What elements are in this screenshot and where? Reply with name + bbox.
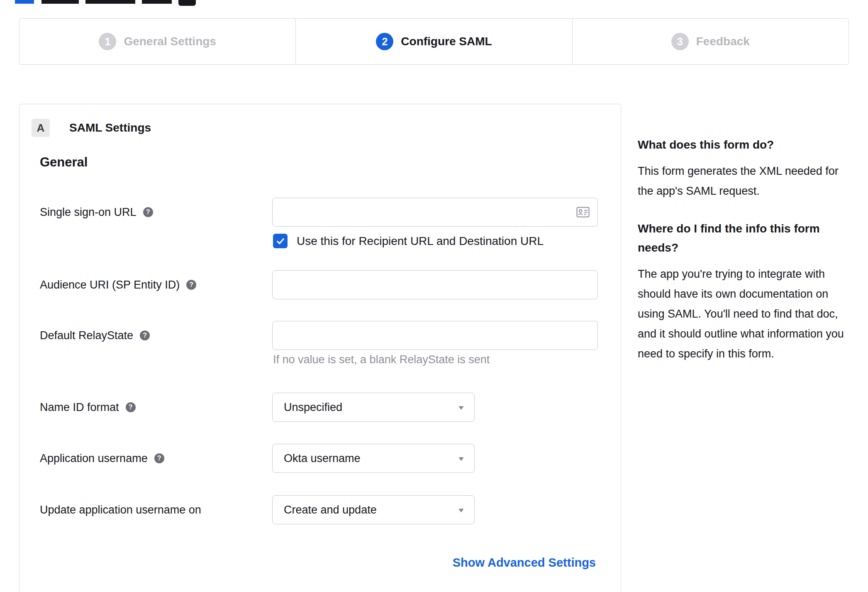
update-app-username-select[interactable]: Create and update ▼ bbox=[272, 495, 475, 524]
recipient-destination-checkbox-row: Use this for Recipient URL and Destinati… bbox=[273, 234, 544, 248]
section-a-badge: A bbox=[32, 119, 50, 137]
contact-card-icon bbox=[576, 207, 590, 219]
name-id-format-select[interactable]: Unspecified ▼ bbox=[272, 393, 475, 422]
sidebar-body: The app you're trying to integrate with … bbox=[638, 264, 851, 364]
app-username-value: Okta username bbox=[284, 452, 361, 465]
recipient-destination-checkbox-label: Use this for Recipient URL and Destinati… bbox=[297, 235, 544, 248]
cutoff-title-fragment bbox=[142, 0, 172, 4]
relay-state-label-text: Default RelayState bbox=[40, 329, 133, 342]
app-username-label: Application username ? bbox=[40, 444, 164, 473]
saml-settings-panel: A SAML Settings General Single sign-on U… bbox=[19, 104, 621, 592]
help-icon[interactable]: ? bbox=[126, 402, 136, 412]
help-icon[interactable]: ? bbox=[186, 280, 196, 290]
audience-uri-input[interactable] bbox=[272, 270, 598, 299]
sso-url-label: Single sign-on URL ? bbox=[40, 198, 153, 227]
step-number-badge: 2 bbox=[376, 33, 393, 50]
cutoff-title-fragment bbox=[85, 0, 135, 4]
cutoff-title-fragment bbox=[41, 0, 79, 4]
general-group-title: General bbox=[40, 155, 88, 170]
help-sidebar: What does this form do? This form genera… bbox=[638, 135, 851, 382]
sidebar-heading: What does this form do? bbox=[638, 135, 851, 154]
chevron-down-icon: ▼ bbox=[457, 404, 466, 411]
sso-url-label-text: Single sign-on URL bbox=[40, 206, 137, 219]
step-configure-saml[interactable]: 2 Configure SAML bbox=[295, 19, 572, 64]
chevron-down-icon: ▼ bbox=[457, 506, 466, 514]
chevron-down-icon: ▼ bbox=[457, 455, 466, 462]
step-label: Configure SAML bbox=[401, 35, 492, 48]
relay-state-input-wrap bbox=[272, 321, 598, 350]
audience-uri-label: Audience URI (SP Entity ID) ? bbox=[40, 270, 196, 299]
sidebar-heading: Where do I find the info this form needs… bbox=[638, 219, 851, 257]
recipient-destination-checkbox[interactable] bbox=[273, 234, 288, 248]
help-icon[interactable]: ? bbox=[140, 330, 150, 340]
name-id-format-label-text: Name ID format bbox=[40, 401, 119, 414]
help-icon[interactable]: ? bbox=[154, 453, 164, 463]
step-general-settings[interactable]: 1 General Settings bbox=[20, 19, 295, 64]
audience-uri-label-text: Audience URI (SP Entity ID) bbox=[40, 279, 180, 291]
update-app-username-label: Update application username on bbox=[40, 495, 201, 524]
show-advanced-settings-link[interactable]: Show Advanced Settings bbox=[453, 556, 596, 570]
step-label: Feedback bbox=[696, 35, 750, 48]
app-username-select[interactable]: Okta username ▼ bbox=[272, 444, 475, 473]
step-feedback[interactable]: 3 Feedback bbox=[572, 19, 848, 64]
step-number-badge: 1 bbox=[99, 33, 116, 50]
name-id-format-value: Unspecified bbox=[284, 401, 342, 414]
relay-state-hint: If no value is set, a blank RelayState i… bbox=[273, 353, 490, 366]
wizard-stepper: 1 General Settings 2 Configure SAML 3 Fe… bbox=[19, 18, 849, 65]
app-username-label-text: Application username bbox=[40, 452, 148, 465]
step-label: General Settings bbox=[124, 35, 216, 48]
update-app-username-label-text: Update application username on bbox=[40, 504, 201, 516]
step-number-badge: 3 bbox=[671, 33, 689, 50]
name-id-format-label: Name ID format ? bbox=[40, 393, 136, 422]
sidebar-body: This form generates the XML needed for t… bbox=[638, 161, 851, 201]
update-app-username-value: Create and update bbox=[284, 504, 377, 516]
sso-url-input-wrap bbox=[272, 198, 598, 227]
help-icon[interactable]: ? bbox=[143, 207, 153, 217]
saml-configuration-page: 1 General Settings 2 Configure SAML 3 Fe… bbox=[0, 0, 868, 592]
cutoff-settings-icon bbox=[178, 0, 196, 6]
panel-title: SAML Settings bbox=[69, 119, 151, 137]
audience-uri-input-wrap bbox=[272, 270, 598, 299]
relay-state-label: Default RelayState ? bbox=[40, 321, 150, 350]
cutoff-logo-fragment bbox=[15, 0, 34, 4]
sso-url-input[interactable] bbox=[272, 198, 598, 227]
relay-state-input[interactable] bbox=[272, 321, 598, 350]
